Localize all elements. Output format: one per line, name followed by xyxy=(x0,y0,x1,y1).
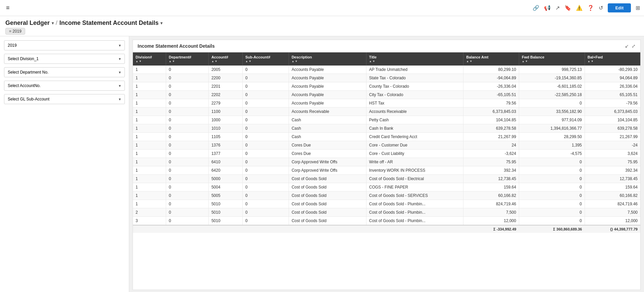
col-header-balance-amt[interactable]: Balance Amt ▲▼ xyxy=(463,52,519,66)
cell-department: 0 xyxy=(166,217,209,225)
collapse-icon[interactable]: ↙ xyxy=(625,43,629,49)
cell-account: 5010 xyxy=(208,217,242,225)
col-header-description[interactable]: Description ▲▼ xyxy=(289,52,366,66)
cell-balance_amt: 104,104.85 xyxy=(463,116,519,124)
curly-icon: {} xyxy=(610,227,613,231)
cell-fwd_balance: 0 xyxy=(519,158,585,166)
cell-title: Cost of Goods Sold - Plumbin... xyxy=(366,200,463,208)
cell-division: 1 xyxy=(133,124,166,133)
cell-balance_amt: 80,299.10 xyxy=(463,66,519,74)
hamburger-icon[interactable]: ≡ xyxy=(4,2,12,13)
year-select[interactable]: 2019 xyxy=(4,40,125,50)
account-select[interactable]: Select AccountNo. xyxy=(4,81,125,91)
col-header-title[interactable]: Title ▲▼ xyxy=(366,52,463,66)
footer-balance-total: Σ -334,992.49 xyxy=(463,225,519,233)
toolbar-icons: 🔗 📢 ↗ 🔖 ⚠️ ❓ ↺ Edit ⊞ xyxy=(533,3,640,12)
cell-sub_account: 0 xyxy=(242,74,289,82)
sub-account-select[interactable]: Select GL Sub-Account xyxy=(4,94,125,104)
cell-description: Cores Due xyxy=(289,150,366,158)
cell-department: 0 xyxy=(166,66,209,74)
cell-title: COGS - FINE PAPER xyxy=(366,183,463,192)
cell-balance_amt: -26,336.04 xyxy=(463,82,519,91)
cell-description: Accounts Payable xyxy=(289,99,366,108)
cell-balance_amt: -65,105.51 xyxy=(463,91,519,99)
table-header-row: Division# ▲▼ Department# ▲▼ xyxy=(133,52,640,66)
col-header-fwd-balance[interactable]: Fwd Balance ▲▼ xyxy=(519,52,585,66)
table-row: 1011000Accounts ReceivableAccounts Recei… xyxy=(133,108,640,116)
cell-title: Cost of Goods Sold - Electrical xyxy=(366,175,463,183)
megaphone-icon[interactable]: 📢 xyxy=(544,5,551,11)
table-row: 1010100CashCash In Bank639,278.581,394,8… xyxy=(133,124,640,133)
cell-department: 0 xyxy=(166,158,209,166)
table-row: 1020050Accounts PayableAP Trade Unmatche… xyxy=(133,66,640,74)
col-header-department[interactable]: Department# ▲▼ xyxy=(166,52,209,66)
cell-fwd_balance: 33,556,182.90 xyxy=(519,108,585,116)
cell-bal_fwd: 65,105.51 xyxy=(585,91,640,99)
cell-bal_fwd: 94,064.89 xyxy=(585,74,640,82)
export-icon[interactable]: ↗ xyxy=(555,5,560,11)
table-row: 3050100Cost of Goods SoldCost of Goods S… xyxy=(133,217,640,225)
cell-sub_account: 0 xyxy=(242,192,289,200)
cell-balance_amt: 60,166.82 xyxy=(463,192,519,200)
cell-fwd_balance: 998,725.13 xyxy=(519,66,585,74)
cell-account: 2005 xyxy=(208,66,242,74)
cell-account: 1010 xyxy=(208,124,242,133)
cell-bal_fwd: 392.34 xyxy=(585,166,640,175)
cell-division: 1 xyxy=(133,158,166,166)
cell-sub_account: 0 xyxy=(242,166,289,175)
cell-bal_fwd: 75.95 xyxy=(585,158,640,166)
cell-department: 0 xyxy=(166,74,209,82)
cell-balance_amt: 824,719.46 xyxy=(463,200,519,208)
bookmark-icon[interactable]: 🔖 xyxy=(564,5,571,11)
cell-sub_account: 0 xyxy=(242,91,289,99)
cell-sub_account: 0 xyxy=(242,116,289,124)
cell-fwd_balance: 0 xyxy=(519,208,585,217)
col-header-division[interactable]: Division# ▲▼ xyxy=(133,52,166,66)
col-header-sub-account[interactable]: Sub-Account# ▲▼ xyxy=(242,52,289,66)
cell-description: Corp Approved Write Offs xyxy=(289,158,366,166)
expand-icon[interactable]: ⤢ xyxy=(632,43,636,49)
link-icon[interactable]: 🔗 xyxy=(533,5,539,11)
cell-balance_amt: 392.34 xyxy=(463,166,519,175)
department-select[interactable]: Select Department No. xyxy=(4,67,125,77)
account-select-wrapper: Select AccountNo. ▼ xyxy=(4,81,125,91)
cell-balance_amt: 7,500 xyxy=(463,208,519,217)
breadcrumb-general-ledger[interactable]: General Ledger xyxy=(5,19,50,27)
cell-department: 0 xyxy=(166,82,209,91)
filter-tag[interactable]: = 2019 xyxy=(5,28,25,35)
table-row: 2050100Cost of Goods SoldCost of Goods S… xyxy=(133,208,640,217)
cell-balance_amt: 24 xyxy=(463,141,519,150)
general-ledger-dropdown-icon[interactable]: ▾ xyxy=(52,21,54,26)
breadcrumb-income-statement[interactable]: Income Statement Account Details xyxy=(59,19,158,27)
table-container[interactable]: Division# ▲▼ Department# ▲▼ xyxy=(133,52,640,290)
content-area: Income Statement Account Details ↙ ⤢ Div… xyxy=(129,36,644,292)
balance-total-value: -334,992.49 xyxy=(497,227,516,231)
table-row: 1022000Accounts PayableState Tax - Color… xyxy=(133,74,640,82)
cell-title: Cost of Goods Sold - Plumbin... xyxy=(366,217,463,225)
refresh-icon[interactable]: ↺ xyxy=(599,5,603,11)
cell-division: 1 xyxy=(133,74,166,82)
department-select-wrapper: Select Department No. ▼ xyxy=(4,67,125,77)
sigma-icon-2: Σ xyxy=(553,227,555,231)
grid-icon[interactable]: ⊞ xyxy=(636,5,640,11)
cell-account: 2202 xyxy=(208,91,242,99)
table-row: 1050100Cost of Goods SoldCost of Goods S… xyxy=(133,200,640,208)
col-header-bal-fwd[interactable]: Bal+Fwd ▲▼ xyxy=(585,52,640,66)
filter-alert-icon[interactable]: ⚠️ xyxy=(576,5,583,11)
col-header-account[interactable]: Account# ▲▼ xyxy=(208,52,242,66)
cell-department: 0 xyxy=(166,133,209,141)
table-footer-row: Σ -334,992.49 Σ 360,860,689.36 {} 44,398… xyxy=(133,225,640,233)
edit-button[interactable]: Edit xyxy=(608,3,631,12)
cell-division: 1 xyxy=(133,116,166,124)
cell-description: Accounts Receivable xyxy=(289,108,366,116)
cell-account: 5000 xyxy=(208,175,242,183)
cell-description: Accounts Payable xyxy=(289,91,366,99)
help-icon[interactable]: ❓ xyxy=(587,5,594,11)
cell-fwd_balance: -19,154,360.85 xyxy=(519,74,585,82)
cell-description: Cost of Goods Sold xyxy=(289,175,366,183)
cell-title: Cash In Bank xyxy=(366,124,463,133)
sidebar: 2019 ▼ Select Division_1 ▼ Select Depart… xyxy=(0,36,129,292)
division-select[interactable]: Select Division_1 xyxy=(4,54,125,64)
income-statement-dropdown-icon[interactable]: ▾ xyxy=(160,21,162,26)
cell-fwd_balance: 0 xyxy=(519,166,585,175)
